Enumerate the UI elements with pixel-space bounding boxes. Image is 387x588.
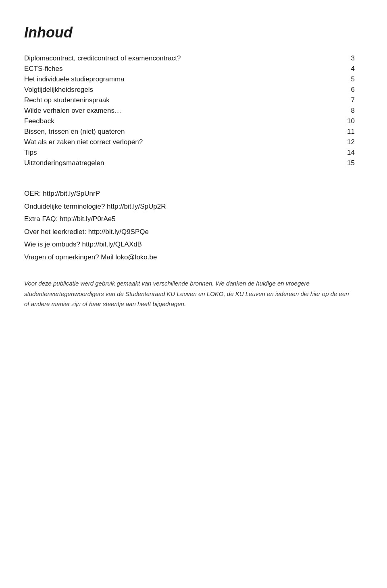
toc-item-page: 11 [305,126,355,137]
leerkrediet-link-text: Over het leerkrediet: http://bit.ly/Q9SP… [24,228,149,236]
toc-item-page: 7 [305,95,355,106]
toc-row: Bissen, trissen en (niet) quateren11 [24,126,355,137]
toc-row: Recht op studenteninspraak7 [24,95,355,106]
toc-item-label: ECTS-fiches [24,64,305,74]
ombuds-link-line: Wie is je ombuds? http://bit.ly/QLAXdB [24,239,355,250]
toc-item-page: 6 [305,85,355,95]
toc-item-label: Wilde verhalen over examens… [24,106,305,116]
toc-item-label: Feedback [24,116,305,126]
toc-item-label: Bissen, trissen en (niet) quateren [24,126,305,137]
toc-item-label: Wat als er zaken niet correct verlopen? [24,137,305,147]
terminology-link-line: Onduidelijke terminologie? http://bit.ly… [24,201,355,212]
links-section: OER: http://bit.ly/SpUnrP Onduidelijke t… [24,188,355,262]
toc-item-page: 5 [305,74,355,85]
oer-link-text: OER: http://bit.ly/SpUnrP [24,190,100,197]
toc-row: Uitzonderingsmaatregelen15 [24,158,355,168]
toc-item-page: 3 [305,53,355,64]
toc-item-page: 12 [305,137,355,147]
disclaimer-section: Voor deze publicatie werd gebruik gemaak… [24,278,355,309]
toc-item-label: Diplomacontract, creditcontract of exame… [24,53,305,64]
toc-row: ECTS-fiches4 [24,64,355,74]
oer-link-line: OER: http://bit.ly/SpUnrP [24,188,355,199]
toc-row: Volgtijdelijkheidsregels6 [24,85,355,95]
page-title: Inhoud [24,24,355,41]
toc-item-page: 14 [305,147,355,158]
toc-row: Diplomacontract, creditcontract of exame… [24,53,355,64]
table-of-contents: Diplomacontract, creditcontract of exame… [24,53,355,168]
faq-link-text: Extra FAQ: http://bit.ly/P0rAe5 [24,215,116,223]
leerkrediet-link-line: Over het leerkrediet: http://bit.ly/Q9SP… [24,227,355,237]
toc-row: Feedback10 [24,116,355,126]
ombuds-link-text: Wie is je ombuds? http://bit.ly/QLAXdB [24,240,142,248]
toc-item-page: 8 [305,106,355,116]
toc-item-page: 10 [305,116,355,126]
toc-item-label: Volgtijdelijkheidsregels [24,85,305,95]
toc-row: Het individuele studieprogramma5 [24,74,355,85]
toc-item-label: Het individuele studieprogramma [24,74,305,85]
toc-item-label: Tips [24,147,305,158]
page-wrapper: Inhoud Diplomacontract, creditcontract o… [24,24,355,588]
disclaimer-text: Voor deze publicatie werd gebruik gemaak… [24,278,355,309]
toc-item-label: Uitzonderingsmaatregelen [24,158,305,168]
mail-link-text: Vragen of opmerkingen? Mail loko@loko.be [24,253,157,261]
faq-link-line: Extra FAQ: http://bit.ly/P0rAe5 [24,214,355,224]
mail-link-line: Vragen of opmerkingen? Mail loko@loko.be [24,252,355,263]
terminology-link-text: Onduidelijke terminologie? http://bit.ly… [24,203,166,210]
toc-row: Tips14 [24,147,355,158]
toc-item-label: Recht op studenteninspraak [24,95,305,106]
toc-row: Wilde verhalen over examens…8 [24,106,355,116]
toc-row: Wat als er zaken niet correct verlopen?1… [24,137,355,147]
toc-item-page: 4 [305,64,355,74]
toc-item-page: 15 [305,158,355,168]
